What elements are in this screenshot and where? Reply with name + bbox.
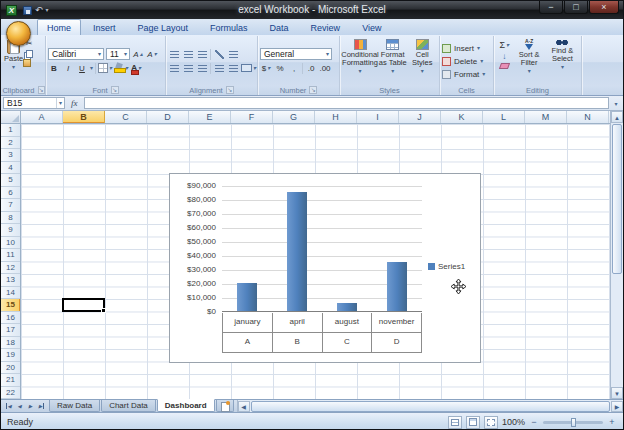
format-painter-icon[interactable] — [23, 59, 31, 67]
scroll-up-icon[interactable]: ▲ — [611, 111, 623, 123]
bold-button[interactable]: B — [48, 62, 60, 74]
chart-bar[interactable] — [337, 303, 357, 311]
currency-button[interactable]: $▾ — [260, 62, 272, 74]
tab-formulas[interactable]: Formulas — [200, 19, 258, 35]
row-header-9[interactable]: 9 — [1, 224, 20, 237]
column-header-n[interactable]: N — [567, 111, 609, 123]
row-header-16[interactable]: 16 — [1, 312, 20, 325]
orientation-button[interactable] — [213, 48, 225, 60]
expand-formula-bar-icon[interactable]: ▾ — [611, 100, 621, 107]
tab-view[interactable]: View — [352, 19, 391, 35]
row-header-20[interactable]: 20 — [1, 362, 20, 375]
sort-filter-button[interactable]: A·Z Sort & Filter ▾ — [513, 37, 546, 74]
align-right-button[interactable] — [196, 62, 208, 74]
chart-bar[interactable] — [387, 262, 407, 311]
underline-button[interactable]: U — [76, 62, 88, 74]
decrease-indent-button[interactable] — [213, 62, 225, 74]
column-header-d[interactable]: D — [147, 111, 189, 123]
italic-button[interactable]: I — [62, 62, 74, 74]
row-header-2[interactable]: 2 — [1, 137, 20, 150]
scroll-down-icon[interactable]: ▼ — [611, 387, 623, 399]
qat-dropdown-icon[interactable]: ▾ — [46, 7, 49, 13]
align-left-button[interactable] — [168, 62, 180, 74]
clear-icon[interactable] — [499, 63, 510, 69]
copy-icon[interactable] — [26, 50, 33, 58]
column-header-f[interactable]: F — [231, 111, 273, 123]
tab-data[interactable]: Data — [260, 19, 299, 35]
horizontal-scrollbar[interactable]: ◀ ▶ — [237, 400, 623, 412]
row-header-10[interactable]: 10 — [1, 237, 20, 250]
last-sheet-button[interactable]: ▶ — [37, 401, 46, 412]
column-header-b[interactable]: B — [63, 111, 105, 123]
horizontal-scroll-thumb[interactable] — [251, 401, 610, 412]
tab-page-layout[interactable]: Page Layout — [128, 19, 199, 35]
font-color-button[interactable]: A▾ — [130, 62, 142, 74]
zoom-in-button[interactable]: + — [607, 417, 617, 427]
tab-home[interactable]: Home — [37, 19, 81, 35]
clipboard-dialog-launcher[interactable]: ↘ — [38, 86, 45, 94]
row-header-18[interactable]: 18 — [1, 337, 20, 350]
embedded-chart[interactable]: $0$10,000$20,000$30,000$40,000$50,000$60… — [169, 173, 481, 363]
chart-legend[interactable]: Series1 — [428, 262, 465, 271]
scroll-left-icon[interactable]: ◀ — [238, 401, 250, 412]
name-box[interactable]: B15 ▾ — [3, 97, 65, 109]
sheet-tab-dashboard[interactable]: Dashboard — [157, 399, 215, 412]
save-icon[interactable] — [23, 6, 32, 15]
row-header-17[interactable]: 17 — [1, 324, 20, 337]
row-header-7[interactable]: 7 — [1, 199, 20, 212]
align-bottom-button[interactable] — [196, 48, 208, 60]
align-center-button[interactable] — [182, 62, 194, 74]
maximize-button[interactable]: □ — [564, 1, 588, 14]
number-format-select[interactable]: General ▾ — [260, 48, 332, 60]
vertical-scroll-thumb[interactable] — [612, 124, 622, 274]
row-header-12[interactable]: 12 — [1, 262, 20, 275]
zoom-slider[interactable] — [543, 421, 603, 424]
row-header-22[interactable]: 22 — [1, 387, 20, 400]
cell-styles-button[interactable]: Cell Styles ▾ — [408, 37, 438, 74]
format-cells-button[interactable]: Format ▾ — [442, 68, 485, 81]
zoom-out-button[interactable]: − — [529, 417, 539, 427]
font-size-select[interactable]: 11 ▾ — [106, 48, 130, 60]
grow-font-button[interactable]: A▴ — [132, 48, 144, 60]
column-header-j[interactable]: J — [399, 111, 441, 123]
autosum-button[interactable]: Σ▾ — [498, 39, 510, 51]
view-page-layout-button[interactable] — [466, 416, 480, 429]
tab-review[interactable]: Review — [301, 19, 351, 35]
column-header-c[interactable]: C — [105, 111, 147, 123]
column-header-l[interactable]: L — [483, 111, 525, 123]
alignment-dialog-launcher[interactable]: ↘ — [226, 86, 234, 94]
increase-decimal-button[interactable]: .0 — [305, 62, 317, 74]
wrap-text-button[interactable] — [227, 48, 239, 60]
column-header-k[interactable]: K — [441, 111, 483, 123]
column-header-a[interactable]: A — [21, 111, 63, 123]
find-select-button[interactable]: Find & Select ▾ — [546, 37, 579, 70]
insert-worksheet-tab[interactable] — [216, 400, 234, 412]
chart-bar[interactable] — [287, 192, 307, 311]
first-sheet-button[interactable]: ◀ — [4, 401, 13, 412]
column-header-i[interactable]: I — [357, 111, 399, 123]
row-header-1[interactable]: 1 — [1, 124, 20, 137]
delete-cells-button[interactable]: Delete ▾ — [442, 55, 483, 68]
minimize-button[interactable]: − — [539, 1, 563, 14]
sheet-tab-raw-data[interactable]: Raw Data — [49, 400, 100, 412]
row-header-21[interactable]: 21 — [1, 374, 20, 387]
select-all-corner[interactable] — [1, 111, 21, 123]
conditional-formatting-button[interactable]: Conditional Formatting ▾ — [342, 37, 378, 74]
align-middle-button[interactable] — [182, 48, 194, 60]
name-box-dropdown-icon[interactable]: ▾ — [56, 98, 64, 108]
previous-sheet-button[interactable]: ◀ — [15, 401, 24, 412]
column-header-g[interactable]: G — [273, 111, 315, 123]
row-header-8[interactable]: 8 — [1, 212, 20, 225]
zoom-slider-thumb[interactable] — [571, 418, 576, 427]
comma-button[interactable]: , — [288, 62, 300, 74]
close-button[interactable]: × — [589, 1, 619, 14]
row-header-5[interactable]: 5 — [1, 174, 20, 187]
column-header-h[interactable]: H — [315, 111, 357, 123]
fill-button[interactable]: ↓ — [502, 53, 506, 61]
chart-bar[interactable] — [237, 283, 257, 311]
undo-icon[interactable]: ↶ — [35, 5, 43, 15]
font-name-select[interactable]: Calibri ▾ — [48, 48, 104, 60]
increase-indent-button[interactable] — [227, 62, 239, 74]
underline-dropdown-icon[interactable]: ▾ — [90, 65, 93, 71]
tab-insert[interactable]: Insert — [83, 19, 126, 35]
